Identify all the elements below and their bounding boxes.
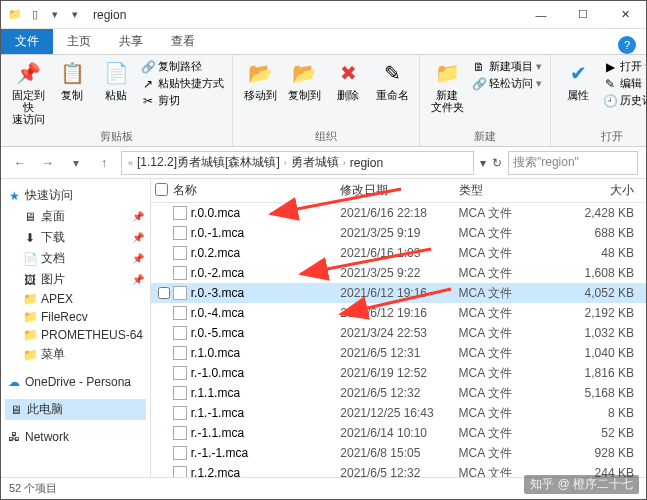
delete-button[interactable]: ✖删除	[329, 59, 367, 101]
pin-to-quick-access-button[interactable]: 📌 固定到快 速访问	[9, 59, 47, 125]
file-icon	[173, 366, 187, 380]
copy-path-button[interactable]: 🔗复制路径	[141, 59, 224, 74]
file-name: r.1.0.mca	[191, 346, 240, 360]
close-button[interactable]: ✕	[604, 1, 646, 29]
maximize-button[interactable]: ☐	[562, 1, 604, 29]
paste-label: 粘贴	[105, 89, 127, 101]
file-row[interactable]: r.1.-1.mca 2021/12/25 16:43 MCA 文件 8 KB	[151, 403, 646, 423]
file-row[interactable]: r.0.-3.mca 2021/6/12 19:16 MCA 文件 4,052 …	[151, 283, 646, 303]
properties-button[interactable]: ✔属性	[559, 59, 597, 101]
file-type: MCA 文件	[459, 245, 558, 262]
edit-button[interactable]: ✎编辑	[603, 76, 647, 91]
file-type: MCA 文件	[459, 285, 558, 302]
item-icon: 🖼	[23, 273, 37, 287]
file-row[interactable]: r.0.-2.mca 2021/3/25 9:22 MCA 文件 1,608 K…	[151, 263, 646, 283]
nav-back-button[interactable]: ←	[9, 152, 31, 174]
minimize-button[interactable]: —	[520, 1, 562, 29]
file-row[interactable]: r.-1.0.mca 2021/6/19 12:52 MCA 文件 1,816 …	[151, 363, 646, 383]
copyto-icon: 📂	[290, 59, 318, 87]
pin-icon: 📌	[14, 59, 42, 87]
sidebar-quick-access[interactable]: ★ 快速访问	[5, 185, 146, 206]
history-button[interactable]: 🕘历史记录	[603, 93, 647, 108]
cloud-icon: ☁	[7, 375, 21, 389]
nav-forward-button[interactable]: →	[37, 152, 59, 174]
breadcrumb-seg-1[interactable]: 勇者城镇	[291, 154, 339, 171]
paste-icon: 📄	[102, 59, 130, 87]
star-icon: ★	[7, 189, 21, 203]
easy-access-button[interactable]: 🔗轻松访问▾	[472, 76, 542, 91]
paste-shortcut-button[interactable]: ↗粘贴快捷方式	[141, 76, 224, 91]
breadcrumb[interactable]: « [1.12.2]勇者城镇[森林城镇] › 勇者城镇 › region	[121, 151, 474, 175]
file-row[interactable]: r.0.2.mca 2021/6/16 1:03 MCA 文件 48 KB	[151, 243, 646, 263]
file-row[interactable]: r.1.2.mca 2021/6/5 12:32 MCA 文件 244 KB	[151, 463, 646, 477]
file-icon	[173, 386, 187, 400]
open-button[interactable]: ▶打开▾	[603, 59, 647, 74]
qat-overflow-icon[interactable]: ▾	[67, 7, 83, 23]
file-type: MCA 文件	[459, 445, 558, 462]
sidebar-item[interactable]: 📄文档📌	[5, 248, 146, 269]
file-size: 52 KB	[557, 426, 646, 440]
file-row[interactable]: r.1.1.mca 2021/6/5 12:32 MCA 文件 5,168 KB	[151, 383, 646, 403]
sidebar-item[interactable]: 🖼图片📌	[5, 269, 146, 290]
sidebar-item[interactable]: 📁APEX	[5, 290, 146, 308]
file-row[interactable]: r.-1.-1.mca 2021/6/8 15:05 MCA 文件 928 KB	[151, 443, 646, 463]
file-row[interactable]: r.0.-5.mca 2021/3/24 22:53 MCA 文件 1,032 …	[151, 323, 646, 343]
file-size: 1,040 KB	[557, 346, 646, 360]
file-date: 2021/6/5 12:32	[340, 386, 458, 400]
item-icon: 📁	[23, 292, 37, 306]
nav-recent-dropdown[interactable]: ▾	[65, 152, 87, 174]
move-to-button[interactable]: 📂移动到	[241, 59, 279, 101]
file-row[interactable]: r.0.-4.mca 2021/6/12 19:16 MCA 文件 2,192 …	[151, 303, 646, 323]
help-icon[interactable]: ?	[618, 36, 636, 54]
tab-home[interactable]: 主页	[53, 29, 105, 54]
qat-dropdown-icon[interactable]: ▾	[47, 7, 63, 23]
file-date: 2021/3/24 22:53	[340, 326, 458, 340]
breadcrumb-seg-0[interactable]: [1.12.2]勇者城镇[森林城镇]	[137, 154, 280, 171]
cut-button[interactable]: ✂剪切	[141, 93, 224, 108]
breadcrumb-seg-2[interactable]: region	[350, 156, 383, 170]
nav-up-button[interactable]: ↑	[93, 152, 115, 174]
search-input[interactable]: 搜索"region"	[508, 151, 638, 175]
file-name: r.-1.-1.mca	[191, 446, 248, 460]
move-icon: 📂	[246, 59, 274, 87]
file-row[interactable]: r.1.0.mca 2021/6/5 12:31 MCA 文件 1,040 KB	[151, 343, 646, 363]
file-row[interactable]: r.0.-1.mca 2021/3/25 9:19 MCA 文件 688 KB	[151, 223, 646, 243]
new-folder-button[interactable]: 📁新建 文件夹	[428, 59, 466, 113]
column-size[interactable]: 大小	[557, 182, 646, 199]
copy-to-button[interactable]: 📂复制到	[285, 59, 323, 101]
file-date: 2021/6/16 22:18	[340, 206, 458, 220]
file-name: r.0.-2.mca	[191, 266, 244, 280]
easy-icon: 🔗	[472, 77, 486, 91]
sidebar-onedrive[interactable]: ☁OneDrive - Persona	[5, 373, 146, 391]
search-placeholder: 搜索"region"	[513, 154, 579, 171]
breadcrumb-dropdown-icon[interactable]: ▾	[480, 156, 486, 170]
column-date[interactable]: 修改日期	[340, 182, 458, 199]
file-icon	[173, 286, 187, 300]
row-checkbox[interactable]	[155, 287, 173, 299]
column-type[interactable]: 类型	[459, 182, 558, 199]
select-all-checkbox[interactable]	[155, 183, 173, 199]
statusbar: 52 个项目	[1, 477, 646, 499]
sidebar-item[interactable]: 🖥桌面📌	[5, 206, 146, 227]
sidebar-this-pc[interactable]: 🖥此电脑	[5, 399, 146, 420]
column-name[interactable]: 名称	[173, 182, 341, 199]
item-icon: 📁	[23, 328, 37, 342]
file-list[interactable]: r.0.0.mca 2021/6/16 22:18 MCA 文件 2,428 K…	[151, 203, 646, 477]
sidebar-item[interactable]: 📁菜单	[5, 344, 146, 365]
tab-file[interactable]: 文件	[1, 29, 53, 54]
rename-button[interactable]: ✎重命名	[373, 59, 411, 101]
file-row[interactable]: r.0.0.mca 2021/6/16 22:18 MCA 文件 2,428 K…	[151, 203, 646, 223]
tab-view[interactable]: 查看	[157, 29, 209, 54]
chevron-icon: ›	[341, 158, 348, 168]
tab-share[interactable]: 共享	[105, 29, 157, 54]
new-folder-icon: 📁	[433, 59, 461, 87]
copy-button[interactable]: 📋 复制	[53, 59, 91, 101]
new-item-button[interactable]: 🗎新建项目▾	[472, 59, 542, 74]
sidebar-network[interactable]: 🖧Network	[5, 428, 146, 446]
file-row[interactable]: r.-1.1.mca 2021/6/14 10:10 MCA 文件 52 KB	[151, 423, 646, 443]
paste-button[interactable]: 📄 粘贴	[97, 59, 135, 101]
sidebar-item[interactable]: ⬇下载📌	[5, 227, 146, 248]
sidebar-item[interactable]: 📁PROMETHEUS-64	[5, 326, 146, 344]
sidebar-item[interactable]: 📁FileRecv	[5, 308, 146, 326]
refresh-button[interactable]: ↻	[492, 156, 502, 170]
